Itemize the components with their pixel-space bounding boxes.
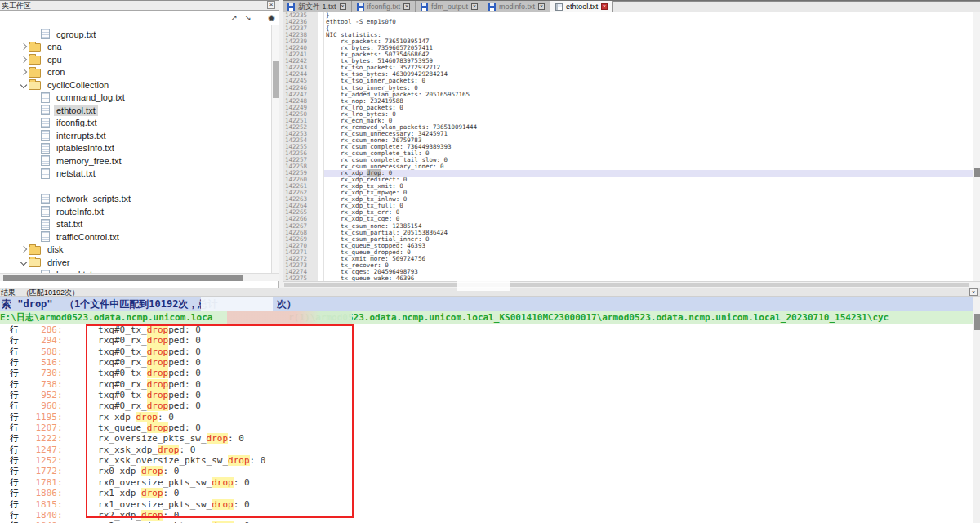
result-row[interactable]: 行294: rxq#0_rx_dropped: 0 xyxy=(0,335,972,346)
tree-item-trafficcontrol-txt[interactable]: trafficControl.txt xyxy=(0,230,271,244)
tree-item-command-log-txt[interactable]: command_log.txt xyxy=(0,92,271,105)
result-row-text: rx_xsk_xdp_drop: 0 xyxy=(77,445,196,455)
tree-horizontal-scrollbar-thumb[interactable] xyxy=(3,275,243,281)
tab-close-icon[interactable]: × xyxy=(340,3,346,10)
result-row[interactable]: 行516: rxq#0_rx_dropped: 0 xyxy=(0,357,972,368)
tree-item-cpu[interactable]: cpu xyxy=(0,53,271,66)
result-row[interactable]: 行960: rxq#0_rx_dropped: 0 xyxy=(0,400,972,411)
fold-margin xyxy=(318,71,324,78)
results-vertical-scrollbar-thumb[interactable] xyxy=(974,314,980,330)
result-row-line-number: 516 xyxy=(19,357,57,368)
result-row-line-label: 行 xyxy=(0,466,19,476)
file-icon xyxy=(41,206,50,217)
result-row-line-number: 294 xyxy=(19,335,57,346)
tree-item-network-scripts-txt[interactable]: network_scripts.txt xyxy=(0,193,271,206)
path-redacted xyxy=(212,312,288,323)
tab-close-icon[interactable]: × xyxy=(601,3,608,10)
match-highlight: drop xyxy=(207,433,229,444)
tree-item-netstat-txt[interactable]: netstat.txt xyxy=(0,168,271,181)
tree-item-label: interrupts.txt xyxy=(54,130,109,141)
expand-all-icon[interactable]: ↗ xyxy=(229,12,239,23)
collapse-all-icon[interactable]: ↘ xyxy=(243,12,253,23)
code-area[interactable]: 142235}142236ethtool -S enp1s0f0142237{1… xyxy=(283,12,973,281)
tree-item-cgroup-txt[interactable]: cgroup.txt xyxy=(0,28,271,41)
tree-item-cron[interactable]: cron xyxy=(0,66,271,79)
code-text: rx_xdp_tx_inlnw: 0 xyxy=(324,196,973,203)
result-row[interactable]: 行1806: rx1_xdp_drop: 0 xyxy=(0,488,972,498)
fold-margin xyxy=(318,25,324,32)
tree-item-ethtool-txt[interactable]: ethtool.txt xyxy=(0,104,271,117)
tree-vertical-scrollbar-thumb[interactable] xyxy=(273,61,279,98)
chevron-right-icon[interactable] xyxy=(20,56,28,64)
result-row-line-label: 行 xyxy=(0,379,19,390)
save-icon xyxy=(287,3,295,11)
tab-close-icon[interactable]: × xyxy=(471,3,478,10)
result-row[interactable]: 行1247: rx_xsk_xdp_drop: 0 xyxy=(0,445,972,455)
result-row-line-label: 行 xyxy=(0,488,19,498)
fold-margin xyxy=(318,92,324,98)
folder-icon xyxy=(29,43,41,52)
result-row[interactable]: 行952: txq#0_tx_dropped: 0 xyxy=(0,390,972,400)
tab-modinfo-txt[interactable]: modinfo.txt× xyxy=(483,1,550,12)
tab-close-icon[interactable]: × xyxy=(538,3,545,10)
search-results-panel: 结果 - （匹配10192次） × 索 "drop" （1个文件中匹配到1019… xyxy=(0,288,980,523)
tree-item-stat-txt[interactable]: stat.txt xyxy=(0,218,271,231)
results-vertical-scrollbar[interactable] xyxy=(973,297,980,523)
editor-horizontal-scrollbar-thumb[interactable] xyxy=(284,283,969,287)
file-icon xyxy=(41,130,50,141)
tree-vertical-scrollbar[interactable] xyxy=(271,25,279,273)
tree-item-cna[interactable]: cna xyxy=(0,41,271,54)
path-suffix: r(1)\armod0523.odata.ncmp.unicom.local_K… xyxy=(288,312,889,323)
tab-ethtool-txt[interactable]: ethtool.txt× xyxy=(550,1,613,12)
result-row-colon: : xyxy=(57,466,63,476)
chevron-down-icon[interactable] xyxy=(20,81,28,89)
tab-close-icon[interactable]: × xyxy=(403,3,410,10)
editor-vertical-scrollbar-thumb[interactable] xyxy=(974,168,980,177)
tab--1-txt[interactable]: 新文件 1.txt× xyxy=(283,1,352,12)
tab-label: modinfo.txt xyxy=(499,2,535,11)
result-row[interactable]: 行1207: tx_queue_dropped: 0 xyxy=(0,422,972,433)
tree-horizontal-scrollbar[interactable] xyxy=(0,273,279,281)
result-row[interactable]: 行1781: rx0_oversize_pkts_sw_drop: 0 xyxy=(0,477,972,488)
result-row[interactable]: 行1195: rx_xdp_drop: 0 xyxy=(0,412,972,422)
chevron-down-icon[interactable] xyxy=(20,258,28,266)
tree-item-interrupts-txt[interactable]: interrupts.txt xyxy=(0,129,271,142)
tree-item-driver[interactable]: driver xyxy=(0,256,271,269)
result-row[interactable]: 行1252: rx_xsk_oversize_pkts_sw_drop: 0 xyxy=(0,455,972,466)
tree-item-iptablesinfo-txt[interactable]: iptablesInfo.txt xyxy=(0,142,271,155)
editor-horizontal-scrollbar[interactable] xyxy=(283,281,980,288)
results-close-icon[interactable]: × xyxy=(969,288,978,296)
result-row-text: rx1_oversize_pkts_sw_drop: 0 xyxy=(77,499,250,510)
result-row-line-number: 1815 xyxy=(19,499,57,510)
tree-item-disk[interactable]: disk xyxy=(0,244,271,257)
match-highlight: drop xyxy=(147,390,169,400)
workspace-close-icon[interactable]: × xyxy=(267,1,275,9)
tree-item-routeinfo-txt[interactable]: routeInfo.txt xyxy=(0,205,271,218)
editor-vertical-scrollbar[interactable] xyxy=(973,12,980,281)
code-text: rx_csum_unnecessary: 34245971 xyxy=(324,131,973,137)
result-row[interactable]: 行1815: rx1_oversize_pkts_sw_drop: 0 xyxy=(0,499,972,510)
tree-item-label: routeInfo.txt xyxy=(54,206,106,217)
result-row[interactable]: 行730: txq#0_tx_dropped: 0 xyxy=(0,368,972,378)
chevron-right-icon[interactable] xyxy=(20,245,28,253)
chevron-right-icon[interactable] xyxy=(20,68,28,76)
tab-fdm-output[interactable]: fdm_output× xyxy=(416,1,483,12)
results-file-path[interactable]: E:\日志\armod0523.odata.ncmp.unicom.loca r… xyxy=(0,311,980,324)
tree-item-memory-free-txt[interactable]: memory_free.txt xyxy=(0,154,271,168)
chevron-right-icon[interactable] xyxy=(20,42,28,51)
result-row[interactable]: 行508: txq#0_tx_dropped: 0 xyxy=(0,346,972,357)
result-row[interactable]: 行286: txq#0_tx_dropped: 0 xyxy=(0,324,972,335)
tab-ifconfig-txt[interactable]: ifconfig.txt× xyxy=(352,1,416,12)
result-row[interactable]: 行1772: rx0_xdp_drop: 0 xyxy=(0,466,972,476)
result-row-line-label: 行 xyxy=(0,510,19,521)
result-row[interactable]: 行738: rxq#0_rx_dropped: 0 xyxy=(0,379,972,390)
tree-item-ifconfig-txt[interactable]: ifconfig.txt xyxy=(0,117,271,130)
fold-margin xyxy=(318,157,324,163)
fold-margin xyxy=(318,19,324,25)
result-row[interactable]: 行1840: rx2_xdp_drop: 0 xyxy=(0,510,972,521)
result-row[interactable]: 行1222: rx_oversize_pkts_sw_drop: 0 xyxy=(0,433,972,444)
locate-file-icon[interactable]: ◉ xyxy=(266,12,277,23)
file-icon xyxy=(41,29,50,39)
tree-item-cycliccollection[interactable]: cyclicCollection xyxy=(0,78,271,92)
result-row-text: rx_xdp_drop: 0 xyxy=(77,412,174,422)
